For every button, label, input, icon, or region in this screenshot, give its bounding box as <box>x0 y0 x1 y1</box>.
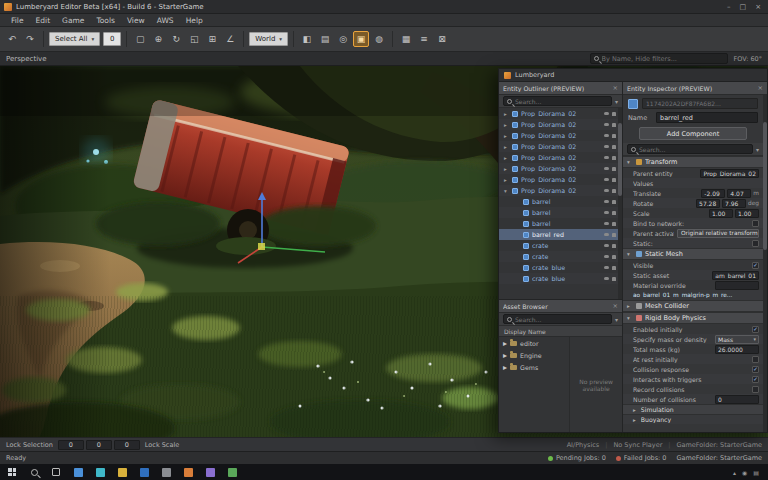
value-field[interactable]: 7.96 <box>722 199 746 208</box>
visibility-toggle-icon[interactable] <box>604 178 609 181</box>
value-field[interactable]: 1.00 <box>735 209 759 218</box>
snapshot-icon[interactable]: ⊠ <box>434 31 450 47</box>
maximize-button[interactable]: □ <box>740 3 747 11</box>
lock-selection-label[interactable]: Lock Selection <box>6 441 53 449</box>
value-field[interactable]: 26.0000 <box>715 345 759 354</box>
value-field[interactable] <box>715 281 759 290</box>
entity-row[interactable]: ▸Prop_Diorama_02 <box>499 152 622 163</box>
checkbox[interactable]: ✓ <box>752 262 759 269</box>
entity-row[interactable]: barrel <box>499 207 622 218</box>
coordinate-field[interactable]: 0 <box>114 440 140 450</box>
lock-toggle-icon[interactable] <box>612 244 616 248</box>
menu-item[interactable]: Game <box>56 15 90 26</box>
value-field[interactable]: 1.00 <box>709 209 733 218</box>
inspector-scrollbar[interactable] <box>763 95 767 432</box>
expand-caret[interactable]: ▸ <box>502 166 509 172</box>
taskbar-app-icon-1[interactable] <box>68 464 88 480</box>
selection-mask-field[interactable]: 0 <box>103 32 121 46</box>
lock-toggle-icon[interactable] <box>612 167 616 171</box>
lock-toggle-icon[interactable] <box>612 112 616 116</box>
lock-toggle-icon[interactable] <box>612 156 616 160</box>
menu-item[interactable]: File <box>5 15 30 26</box>
add-component-button[interactable]: Add Component <box>639 127 747 140</box>
pending-jobs-status[interactable]: Pending Jobs: 0 <box>548 454 606 462</box>
taskbar-app-icon-4[interactable] <box>134 464 154 480</box>
lock-toggle-icon[interactable] <box>612 178 616 182</box>
task-view-button[interactable] <box>46 464 66 480</box>
selection-mode-dropdown[interactable]: Select All▾ <box>49 32 100 46</box>
menu-item[interactable]: Help <box>180 15 209 26</box>
outline-icon[interactable]: ≡ <box>416 31 432 47</box>
entity-row[interactable]: ▸Prop_Diorama_02 <box>499 108 622 119</box>
filter-icon[interactable]: ▾ <box>756 146 759 153</box>
lock-toggle-icon[interactable] <box>612 189 616 193</box>
value-field[interactable]: Prop_Diorama_02 <box>700 169 759 178</box>
expand-caret[interactable]: ▸ <box>503 363 507 372</box>
expand-caret[interactable]: ▸ <box>503 339 507 348</box>
entity-row[interactable]: ▸Prop_Diorama_02 <box>499 119 622 130</box>
entity-row[interactable]: ▾Prop_Diorama_02 <box>499 185 622 196</box>
lock-scale-label[interactable]: Lock Scale <box>145 441 179 449</box>
snap-angle-icon[interactable]: ∠ <box>222 31 238 47</box>
lock-toggle-icon[interactable] <box>612 145 616 149</box>
close-button[interactable]: × <box>755 3 761 11</box>
section-header-transform[interactable]: ▾ Transform <box>623 156 763 168</box>
entity-row[interactable]: barrel <box>499 218 622 229</box>
visibility-toggle-icon[interactable] <box>604 189 609 192</box>
asset-browser-header[interactable]: Asset Browser × <box>499 300 622 313</box>
coordinate-field[interactable]: 0 <box>86 440 112 450</box>
entity-row[interactable]: crate_blue <box>499 262 622 273</box>
tray-chevron-icon[interactable]: ▴ <box>733 469 736 476</box>
expand-caret[interactable]: ▸ <box>502 155 509 161</box>
scrollbar-thumb[interactable] <box>763 122 767 250</box>
entity-inspector-header[interactable]: Entity Inspector (PREVIEW) × <box>623 82 767 95</box>
scale-icon[interactable]: ◱ <box>186 31 202 47</box>
visibility-toggle-icon[interactable] <box>604 255 609 258</box>
expand-caret[interactable]: ▸ <box>503 351 507 360</box>
expand-caret[interactable]: ▸ <box>502 122 509 128</box>
menu-item[interactable]: AWS <box>151 15 180 26</box>
visibility-toggle-icon[interactable] <box>604 244 609 247</box>
value-field[interactable]: 57.28 <box>696 199 720 208</box>
lock-toggle-icon[interactable] <box>612 255 616 259</box>
coordinate-space-dropdown[interactable]: World▾ <box>249 32 288 46</box>
value-field[interactable]: 4.07 <box>727 189 751 198</box>
expand-caret[interactable]: ▾ <box>502 188 509 194</box>
taskbar-app-icon-3[interactable] <box>112 464 132 480</box>
visibility-toggle-icon[interactable] <box>604 112 609 115</box>
menu-item[interactable]: Tools <box>90 15 120 26</box>
value-field[interactable]: am_barrel_01 <box>712 271 759 280</box>
lock-toggle-icon[interactable] <box>612 123 616 127</box>
checkbox[interactable] <box>752 240 759 247</box>
filter-icon[interactable]: ▾ <box>615 316 618 323</box>
visibility-toggle-icon[interactable] <box>604 266 609 269</box>
expand-caret[interactable]: ▸ <box>502 144 509 150</box>
asset-column-header[interactable]: Display Name <box>499 326 622 337</box>
visibility-toggle-icon[interactable] <box>604 277 609 280</box>
lock-toggle-icon[interactable] <box>612 233 616 237</box>
entity-name-field[interactable]: barrel_red <box>656 112 758 123</box>
checkbox[interactable] <box>752 356 759 363</box>
section-header-static-mesh[interactable]: ▾ Static Mesh <box>623 248 763 260</box>
section-header-rigid-body[interactable]: ▾ Rigid Body Physics <box>623 312 763 324</box>
start-button[interactable] <box>2 464 22 480</box>
move-icon[interactable]: ⊕ <box>150 31 166 47</box>
component-search-input[interactable] <box>639 146 749 153</box>
asset-folder-row[interactable]: ▸editor <box>499 337 569 349</box>
outliner-scrollbar[interactable] <box>618 108 622 299</box>
expand-caret[interactable]: ▸ <box>502 111 509 117</box>
coordinate-field[interactable]: 0 <box>58 440 84 450</box>
entity-outliner-header[interactable]: Entity Outliner (PREVIEW) × <box>499 82 622 95</box>
goto-icon[interactable]: ◎ <box>335 31 351 47</box>
property-button[interactable]: Original relative transform <box>677 229 759 238</box>
visibility-toggle-icon[interactable] <box>604 211 609 214</box>
taskbar-search-button[interactable] <box>24 464 44 480</box>
expand-caret[interactable]: ▸ <box>502 177 509 183</box>
entity-row[interactable]: crate_blue <box>499 273 622 284</box>
outliner-search-input[interactable] <box>515 98 608 105</box>
minimize-button[interactable]: – <box>727 3 731 11</box>
undo-icon[interactable]: ↶ <box>4 31 20 47</box>
lock-toggle-icon[interactable] <box>612 134 616 138</box>
redo-icon[interactable]: ↷ <box>22 31 38 47</box>
close-icon[interactable]: × <box>613 302 618 310</box>
